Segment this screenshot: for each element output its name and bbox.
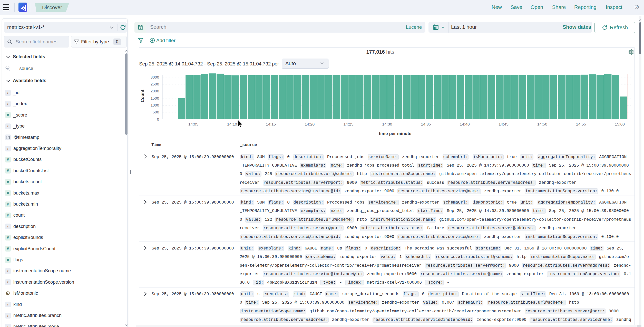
svg-text:Count: Count [140, 90, 145, 102]
svg-text:time per minute: time per minute [379, 131, 412, 136]
svg-text:2500: 2500 [151, 82, 159, 86]
svg-text:14:50: 14:50 [537, 122, 547, 126]
svg-text:14:35: 14:35 [421, 122, 431, 126]
svg-text:14:55: 14:55 [576, 122, 586, 126]
svg-text:1500: 1500 [151, 96, 159, 100]
svg-text:500: 500 [153, 110, 159, 114]
svg-text:2000: 2000 [151, 89, 159, 93]
svg-text:14:30: 14:30 [382, 122, 392, 126]
svg-text:14:05: 14:05 [188, 122, 198, 126]
svg-text:14:10: 14:10 [227, 122, 237, 126]
svg-text:14:15: 14:15 [266, 122, 276, 126]
svg-text:1000: 1000 [151, 103, 159, 107]
svg-text:0: 0 [157, 117, 159, 121]
svg-text:14:40: 14:40 [460, 122, 470, 126]
svg-text:3000: 3000 [151, 75, 159, 79]
svg-text:14:20: 14:20 [305, 122, 315, 126]
svg-text:14:25: 14:25 [344, 122, 354, 126]
svg-text:15:00: 15:00 [615, 122, 625, 126]
svg-text:14:45: 14:45 [499, 122, 509, 126]
